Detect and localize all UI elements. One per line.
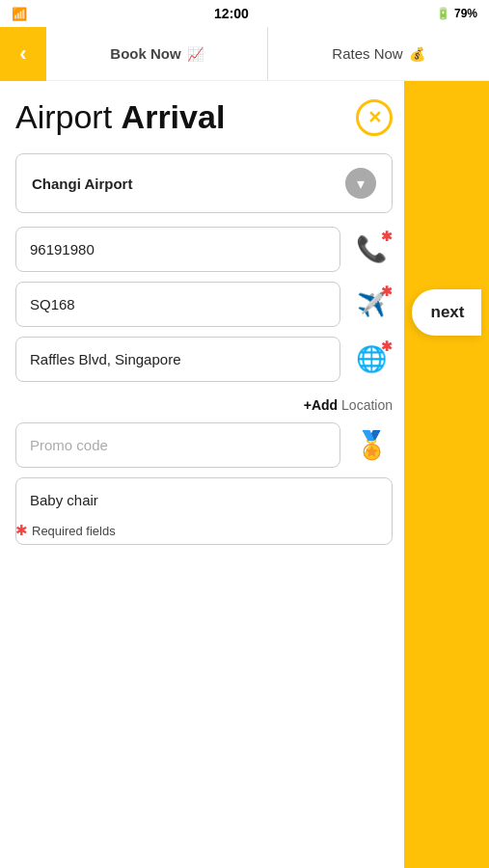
tab-book-now-label: Book Now <box>110 45 180 62</box>
status-right: 🔋 79% <box>436 7 477 20</box>
airport-label: Changi Airport <box>32 176 132 192</box>
status-bar: 📶 12:00 🔋 79% <box>0 0 489 27</box>
rates-now-icon: 💰 <box>409 46 425 62</box>
location-input[interactable] <box>15 337 340 382</box>
page-title-area: Airport Arrival ✕ <box>0 81 489 146</box>
promo-input-row: 🏅 <box>15 422 393 468</box>
required-fields-note: ✱ Required fields <box>15 522 116 539</box>
add-location-plus: +Add <box>304 397 338 413</box>
phone-icon-wrapper: 📞 ✱ <box>350 229 393 271</box>
add-location-suffix: Location <box>338 397 393 413</box>
location-icon-wrapper: 🌐 ✱ <box>350 339 393 381</box>
tab-rates-now-label: Rates Now <box>332 45 402 62</box>
nav-bar: ‹ Book Now 📈 Rates Now 💰 <box>0 27 489 81</box>
add-location-button[interactable]: +Add Location <box>15 392 393 422</box>
flight-input-row: ✈️ ✱ <box>15 282 393 327</box>
close-button[interactable]: ✕ <box>356 99 393 136</box>
status-left: 📶 <box>12 7 27 21</box>
flight-required-star: ✱ <box>381 284 393 299</box>
phone-required-star: ✱ <box>381 229 393 244</box>
back-button[interactable]: ‹ <box>0 27 46 81</box>
battery-icon: 🔋 <box>436 7 450 20</box>
flight-icon-wrapper: ✈️ ✱ <box>350 284 393 326</box>
title-prefix: Airport <box>15 98 122 135</box>
status-time: 12:00 <box>214 6 249 21</box>
airport-select[interactable]: Changi Airport ▾ <box>15 153 393 213</box>
next-button[interactable]: next <box>412 289 482 336</box>
page-title: Airport Arrival <box>15 98 225 136</box>
phone-input[interactable] <box>15 227 340 272</box>
location-input-row: 🌐 ✱ <box>15 337 393 382</box>
battery-level: 79% <box>454 7 477 20</box>
phone-input-row: 📞 ✱ <box>15 227 393 272</box>
required-text: Required fields <box>32 524 116 538</box>
tab-book-now[interactable]: Book Now 📈 <box>46 27 268 80</box>
close-icon: ✕ <box>367 109 382 126</box>
required-star: ✱ <box>15 522 28 539</box>
tab-rates-now[interactable]: Rates Now 💰 <box>268 27 489 80</box>
next-tab: next <box>404 289 489 336</box>
back-arrow-icon: ‹ <box>19 41 26 67</box>
chevron-down-icon: ▾ <box>345 168 376 199</box>
promo-icon: 🏅 <box>350 429 393 461</box>
location-required-star: ✱ <box>381 339 393 354</box>
nav-tabs: Book Now 📈 Rates Now 💰 <box>46 27 489 80</box>
promo-input[interactable] <box>15 422 340 468</box>
title-bold: Arrival <box>122 98 226 135</box>
flight-input[interactable] <box>15 282 340 327</box>
next-label: next <box>431 303 465 321</box>
book-now-icon: 📈 <box>187 46 204 62</box>
form-area: Changi Airport ▾ 📞 ✱ ✈️ ✱ 🌐 ✱ <box>0 146 489 562</box>
